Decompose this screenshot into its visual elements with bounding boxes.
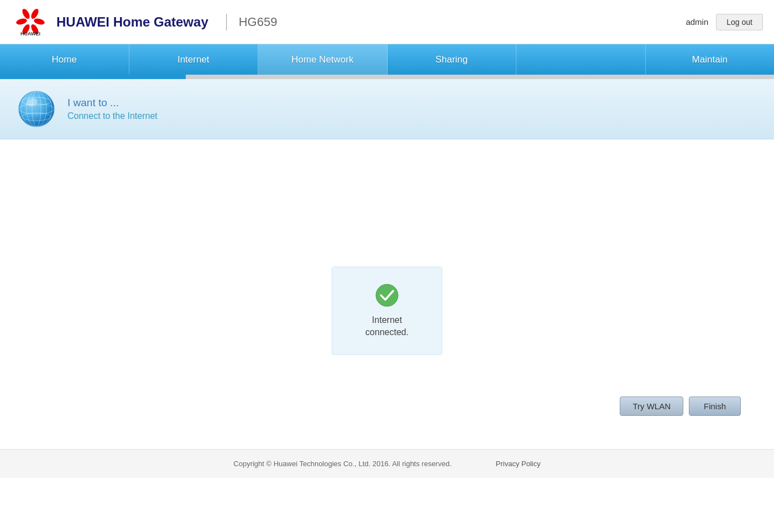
main-content: Internet connected. Try WLAN Finish: [0, 139, 774, 449]
iwant-title: I want to ...: [67, 97, 158, 109]
nav-item-empty: [516, 44, 646, 75]
header-right: admin Log out: [686, 14, 763, 30]
iwant-section: I want to ... Connect to the Internet: [0, 79, 774, 139]
status-line1: Internet: [372, 315, 402, 325]
nav-item-home[interactable]: Home: [0, 44, 129, 75]
svg-point-2: [15, 18, 28, 26]
nav-internet-label: Internet: [177, 54, 210, 65]
header: HUAWEI HUAWEI Home Gateway HG659 admin L…: [0, 0, 774, 44]
status-card: Internet connected.: [332, 267, 442, 355]
nav-home-network-label: Home Network: [291, 54, 353, 65]
header-brand: HUAWEI Home Gateway: [56, 14, 208, 30]
header-divider: [226, 14, 227, 30]
logout-button[interactable]: Log out: [716, 14, 763, 30]
svg-point-1: [30, 8, 40, 20]
nav-item-home-network[interactable]: Home Network: [258, 44, 388, 75]
admin-label: admin: [686, 17, 708, 27]
nav-item-maintain[interactable]: Maintain: [646, 44, 775, 75]
nav-item-internet[interactable]: Internet: [129, 44, 259, 75]
globe-icon: [17, 89, 56, 129]
check-icon: [375, 283, 399, 307]
iwant-text-area: I want to ... Connect to the Internet: [67, 97, 158, 121]
logo-area: HUAWEI HUAWEI Home Gateway HG659: [11, 7, 277, 37]
action-buttons: Try WLAN Finish: [620, 397, 741, 416]
nav-bar: Home Internet Home Network Sharing Maint…: [0, 44, 774, 75]
header-model: HG659: [239, 15, 278, 29]
svg-point-3: [33, 18, 45, 26]
footer-copyright: Copyright © Huawei Technologies Co., Ltd…: [233, 460, 452, 468]
svg-point-8: [19, 91, 54, 127]
huawei-logo: HUAWEI: [11, 7, 50, 37]
nav-item-sharing[interactable]: Sharing: [388, 44, 517, 75]
progress-area: [0, 75, 774, 79]
svg-text:HUAWEI: HUAWEI: [20, 31, 40, 36]
status-text: Internet connected.: [365, 314, 409, 339]
try-wlan-button[interactable]: Try WLAN: [620, 397, 683, 416]
footer: Copyright © Huawei Technologies Co., Ltd…: [0, 449, 774, 478]
status-line2: connected.: [365, 327, 409, 337]
iwant-subtitle: Connect to the Internet: [67, 111, 158, 121]
finish-button[interactable]: Finish: [689, 397, 741, 416]
privacy-policy-link[interactable]: Privacy Policy: [496, 460, 541, 468]
nav-maintain-label: Maintain: [692, 54, 728, 65]
nav-sharing-label: Sharing: [435, 54, 468, 65]
svg-point-0: [21, 8, 32, 20]
nav-home-label: Home: [52, 54, 77, 65]
progress-bar: [0, 75, 186, 79]
